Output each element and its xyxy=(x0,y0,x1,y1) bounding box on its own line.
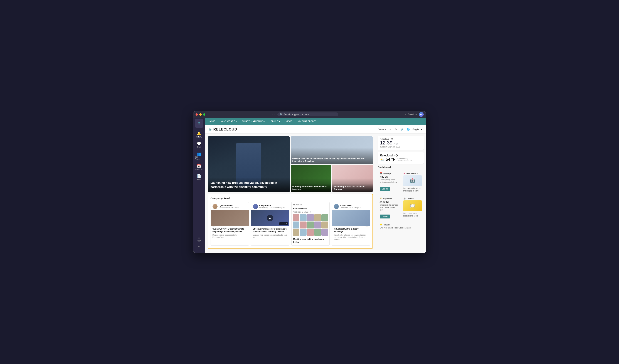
activity-label: Activity xyxy=(196,136,202,138)
chevron-down-icon: ▾ xyxy=(279,121,280,123)
apps-label: Apps xyxy=(197,239,201,241)
weather-row: ⛅ 54 °F Partly cloudy 76°/45° xyxy=(380,157,422,162)
files-label: Files xyxy=(197,179,201,181)
feed-card-desc-4: Relecloud is taking a bet on virtual rea… xyxy=(334,234,368,241)
more-icon: ··· xyxy=(197,184,200,188)
nav-my-sharepoint[interactable]: MY SHAREPOINT xyxy=(297,119,317,123)
weather-location: Relecloud HQ xyxy=(380,154,422,157)
weather-temp-area: 54 °F xyxy=(386,157,395,162)
hero-top-right-card[interactable]: Meet the team behind the design: How par… xyxy=(291,136,373,164)
see-all-button[interactable]: See all xyxy=(380,187,390,191)
hero-card-sustainable-title: Building a more sustainable world togeth… xyxy=(291,184,331,192)
holidays-title-row: 📅 Holidays xyxy=(380,172,398,175)
feed-card-3[interactable]: Featured Relecloud News Yesterday at 12:… xyxy=(291,202,330,246)
close-button[interactable] xyxy=(196,113,198,116)
feed-date-1: Sep 19 xyxy=(233,207,239,209)
nav-news[interactable]: NEWS xyxy=(285,119,293,123)
header-actions: General ☆ ↻ 🔗 🌐 English ▾ xyxy=(378,127,422,131)
hero-main-overlay: Launching new product innovation, develo… xyxy=(208,177,290,192)
details-button[interactable]: Details xyxy=(380,214,390,218)
hero-main-card[interactable]: Launching new product innovation, develo… xyxy=(208,136,290,192)
sidebar-item-more[interactable]: ··· xyxy=(194,183,204,190)
sidebar-item-files[interactable]: 📄 Files xyxy=(194,172,204,182)
refresh-button[interactable]: ↻ xyxy=(394,127,397,131)
maximize-button[interactable] xyxy=(203,113,205,116)
minimize-button[interactable] xyxy=(199,113,202,116)
share-button[interactable]: 🔗 xyxy=(400,127,404,131)
nav-whats-happening[interactable]: WHAT'S HAPPENING ▾ xyxy=(241,119,266,123)
hero-card-sustainable[interactable]: Building a more sustainable world togeth… xyxy=(291,165,331,192)
weather-date: 09/28/2021 xyxy=(403,160,412,162)
titlebar-controls: ··· Relecloud RC xyxy=(405,112,423,117)
forward-button[interactable]: > xyxy=(274,113,275,116)
sidebar-bottom: ⊞ Apps ? xyxy=(194,234,204,253)
feed-card-img-1 xyxy=(211,210,249,226)
face-11 xyxy=(293,229,299,236)
hero-top-right-title: Meet the team behind the design: How par… xyxy=(291,155,373,164)
feed-card-1[interactable]: ‹ Lynne Robbins Relecloud News • Sep xyxy=(211,202,249,246)
face-13 xyxy=(307,229,314,236)
holidays-date: Nov 25 xyxy=(380,175,398,178)
sidebar-item-apps[interactable]: ⊞ Apps xyxy=(194,234,204,243)
main-area: HOME WHO WE ARE ▾ WHAT'S HAPPENING ▾ FIN… xyxy=(205,118,426,253)
weather-widget: Relecloud HQ ⛅ 54 °F Partly cloudy xyxy=(378,152,424,164)
feed-time-3: Yesterday at 12:30 pm xyxy=(293,211,311,213)
bookmark-button[interactable]: ☆ xyxy=(388,127,392,131)
more-options-icon[interactable]: ··· xyxy=(405,113,407,116)
clock-period: PM xyxy=(394,142,397,145)
calendar-icon: 📅 xyxy=(197,164,201,168)
expenses-text: Unsubmitted expenses balance due by the … xyxy=(380,204,398,211)
feed-card-title-1: Our new, five-year commitment to help br… xyxy=(212,228,247,233)
teams-label: 883 Teams xyxy=(195,156,203,160)
feed-author-name-4: Nestor Wilke xyxy=(340,205,361,207)
dashboard-title: Dashboard xyxy=(378,166,424,168)
chevron-down-icon: ▾ xyxy=(236,121,237,123)
sidebar-item-activity[interactable]: 🔔 Activity xyxy=(194,130,204,139)
play-button[interactable]: ▶ xyxy=(267,215,273,221)
feed-avatar-2 xyxy=(253,204,258,209)
face-14 xyxy=(314,229,321,236)
back-button[interactable]: < xyxy=(272,113,273,116)
feed-card-desc-2: Manage your team's concerns about a safe… xyxy=(253,234,287,238)
search-placeholder: Search or type a command xyxy=(284,113,310,116)
search-input[interactable]: 🔍 Search or type a command xyxy=(277,112,338,116)
feed-card-3-header: Featured Relecloud News Yesterday at 12:… xyxy=(292,202,329,214)
language-label: English xyxy=(413,128,420,131)
feed-faces-grid xyxy=(292,214,329,236)
nav-find-it[interactable]: FIND IT ▾ xyxy=(270,119,281,123)
feed-source-1: Relecloud News xyxy=(219,207,232,209)
feed-card-4[interactable]: › Nestor Wilke Consumer Retail • Sep xyxy=(332,202,370,246)
heart-icon: ❤ xyxy=(403,172,405,175)
feed-card-title-2: Effectively manage your employee's conce… xyxy=(253,228,287,233)
expenses-amount: $167.52 xyxy=(380,200,398,203)
weather-temp: 54 °F xyxy=(386,157,395,162)
nav-who-we-are-label: WHO WE ARE xyxy=(221,120,235,123)
app-container: ⊛ 🔔 Activity 💬 Chat 👥 883 Teams 📅 Calend… xyxy=(193,118,426,253)
insights-title: Insights xyxy=(383,224,391,226)
sidebar-logo[interactable]: ⊛ xyxy=(195,119,203,128)
face-4 xyxy=(314,214,321,221)
files-icon: 📄 xyxy=(197,174,201,178)
user-avatar[interactable]: RC xyxy=(419,112,424,117)
feed-card-title-4: Virtual reality: the industry advantage xyxy=(334,228,368,233)
nav-home[interactable]: HOME xyxy=(208,119,216,123)
video-duration: 00:14:06 xyxy=(279,223,288,225)
logo-icon: ⊛ xyxy=(208,127,212,132)
clock-location: Relecloud HQ xyxy=(380,138,422,140)
sidebar-item-chat[interactable]: 💬 Chat xyxy=(194,140,204,150)
sidebar-item-teams[interactable]: 👥 883 Teams xyxy=(194,150,204,162)
sidebar-item-help[interactable]: ? xyxy=(194,244,204,251)
logo-area: ⊛ RELECLOUD xyxy=(208,127,237,132)
dash-card-health: ❤ Health check 🏥 Complete daily before s… xyxy=(401,170,424,194)
face-1 xyxy=(293,214,299,221)
hero-card-wellbeing[interactable]: Wellbeing: Carve out breaks in Outlook xyxy=(332,165,373,192)
sidebar-item-calendar[interactable]: 📅 Calendar xyxy=(194,162,204,172)
general-label: General xyxy=(378,128,386,131)
weather-icon: ⛅ xyxy=(380,157,384,162)
chevron-down-icon: ▾ xyxy=(421,128,422,131)
insights-title-row: 💡 Insights xyxy=(380,224,422,226)
nav-find-it-label: FIND IT xyxy=(271,120,279,123)
feed-card-2[interactable]: Emily Bruan Leadership Connection • Sep … xyxy=(251,202,289,246)
nav-who-we-are[interactable]: WHO WE ARE ▾ xyxy=(220,119,238,123)
language-selector[interactable]: English ▾ xyxy=(413,128,422,131)
